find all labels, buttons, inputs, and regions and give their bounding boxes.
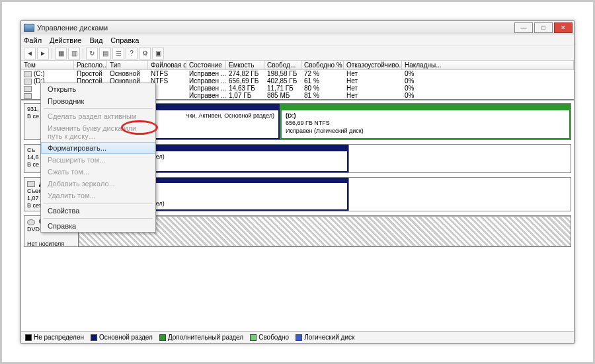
toolbar-icon[interactable]: ▤ bbox=[99, 48, 111, 59]
menu-file[interactable]: Файл bbox=[24, 36, 42, 44]
toolbar: ◄ ► ▦ ▥ ↻ ▤ ☰ ? ⚙ ▣ bbox=[21, 46, 574, 61]
col-volume[interactable]: Том bbox=[21, 61, 74, 70]
toolbar-icon[interactable]: ☰ bbox=[112, 48, 124, 59]
toolbar-icon[interactable]: ▦ bbox=[55, 48, 67, 59]
table-row[interactable]: (C:)ПростойОсновнойNTFSИсправен ...274,8… bbox=[21, 70, 574, 77]
swatch-free bbox=[250, 334, 257, 341]
minimize-button[interactable]: — bbox=[514, 22, 533, 33]
forward-button[interactable]: ► bbox=[37, 48, 49, 59]
swatch-logical bbox=[296, 334, 302, 341]
close-button[interactable]: ✕ bbox=[554, 22, 573, 33]
col-status[interactable]: Состояние bbox=[186, 61, 226, 70]
maximize-button[interactable]: □ bbox=[534, 22, 553, 33]
app-icon bbox=[24, 24, 34, 32]
menu-action[interactable]: Действие bbox=[50, 36, 81, 44]
drive-icon bbox=[24, 71, 32, 77]
col-capacity[interactable]: Емкость bbox=[226, 61, 264, 70]
ctx-help[interactable]: Справка bbox=[41, 220, 155, 232]
col-filesystem[interactable]: Файловая с... bbox=[148, 61, 186, 70]
col-type[interactable]: Тип bbox=[107, 61, 148, 70]
drive-icon bbox=[24, 93, 32, 99]
ctx-make-active: Сделать раздел активным bbox=[41, 110, 155, 122]
ctx-change-letter: Изменить букву диска или путь к диску… bbox=[41, 122, 155, 142]
toolbar-icon[interactable]: ⚙ bbox=[139, 48, 151, 59]
col-fault[interactable]: Отказоустойчиво... bbox=[344, 61, 402, 70]
legend: Не распределен Основной раздел Дополните… bbox=[21, 331, 574, 343]
toolbar-icon[interactable]: ▣ bbox=[152, 48, 164, 59]
refresh-icon[interactable]: ↻ bbox=[86, 48, 98, 59]
help-icon[interactable]: ? bbox=[126, 48, 138, 59]
ctx-extend: Расширить том... bbox=[41, 154, 155, 166]
swatch-primary bbox=[91, 334, 97, 341]
ctx-delete: Удалить том... bbox=[41, 190, 155, 201]
ctx-open[interactable]: Открыть bbox=[41, 83, 155, 95]
window-title: Управление дисками bbox=[37, 24, 108, 32]
toolbar-icon[interactable]: ▥ bbox=[68, 48, 80, 59]
menu-help[interactable]: Справка bbox=[110, 36, 139, 44]
ctx-properties[interactable]: Свойства bbox=[41, 205, 155, 217]
swatch-extended bbox=[159, 334, 166, 341]
ctx-explorer[interactable]: Проводник bbox=[41, 95, 155, 107]
menu-view[interactable]: Вид bbox=[89, 36, 102, 44]
swatch-unalloc bbox=[25, 334, 32, 341]
cdrom-icon bbox=[27, 219, 35, 225]
partition-d[interactable]: (D:) 656,69 ГБ NTFS Исправен (Логический… bbox=[280, 104, 571, 139]
menubar: Файл Действие Вид Справка bbox=[21, 34, 574, 46]
drive-icon bbox=[24, 79, 32, 85]
ctx-mirror: Добавить зеркало... bbox=[41, 178, 155, 190]
drive-icon bbox=[27, 181, 35, 187]
grid-header: Том Располо... Тип Файловая с... Состоян… bbox=[21, 61, 574, 70]
drive-icon bbox=[24, 86, 32, 92]
col-layout[interactable]: Располо... bbox=[74, 61, 107, 70]
back-button[interactable]: ◄ bbox=[24, 48, 36, 59]
context-menu: Открыть Проводник Сделать раздел активны… bbox=[40, 83, 156, 233]
ctx-format[interactable]: Форматировать... bbox=[41, 142, 155, 154]
col-freepct[interactable]: Свободно % bbox=[301, 61, 344, 70]
col-free[interactable]: Свобод... bbox=[264, 61, 301, 70]
col-overhead[interactable]: Накладны... bbox=[402, 61, 574, 70]
titlebar[interactable]: Управление дисками — □ ✕ bbox=[21, 21, 574, 34]
ctx-shrink: Сжать том... bbox=[41, 166, 155, 178]
